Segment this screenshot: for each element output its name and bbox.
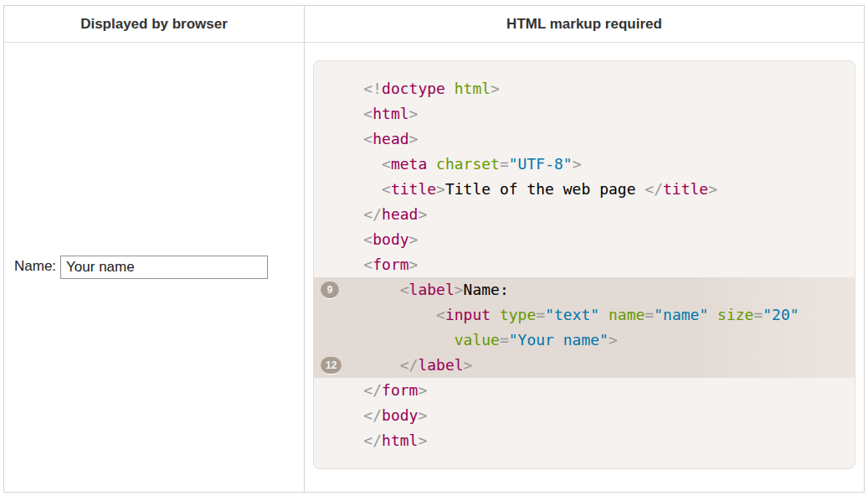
code-line: <body> — [314, 227, 855, 252]
code-line: </head> — [314, 202, 855, 227]
code-line: <form> — [314, 252, 855, 277]
browser-preview-cell: Name: — [4, 43, 305, 493]
code-line: </html> — [314, 428, 855, 453]
comparison-table: Displayed by browser HTML markup require… — [3, 5, 865, 493]
column-header-markup: HTML markup required — [305, 6, 865, 43]
code-line: <meta charset="UTF-8"> — [314, 152, 855, 177]
column-header-browser: Displayed by browser — [4, 6, 305, 43]
name-input[interactable] — [60, 256, 268, 279]
code-block: <!doctype html> <html> <head> <meta char… — [313, 60, 855, 469]
code-line: 12 </label> — [314, 353, 855, 378]
name-label: Name: — [14, 258, 56, 274]
code-line: 9 <label>Name: — [314, 277, 855, 302]
code-lines: <!doctype html> <html> <head> <meta char… — [314, 76, 855, 453]
line-number-badge: 12 — [321, 357, 342, 374]
markup-cell: <!doctype html> <html> <head> <meta char… — [305, 43, 865, 493]
content-row: Name: <!doctype html> <html> <head> <met… — [4, 43, 865, 493]
code-line: </body> — [314, 403, 855, 428]
code-line: </form> — [314, 378, 855, 403]
header-row: Displayed by browser HTML markup require… — [4, 6, 865, 43]
code-line: <title>Title of the web page </title> — [314, 177, 855, 202]
code-line: <head> — [314, 127, 855, 152]
line-number-badge: 9 — [321, 282, 339, 298]
code-line: value="Your name"> — [314, 328, 855, 353]
code-line: <input type="text" name="name" size="20" — [314, 302, 855, 328]
code-line: <html> — [314, 101, 855, 127]
code-line: <!doctype html> — [314, 76, 855, 101]
